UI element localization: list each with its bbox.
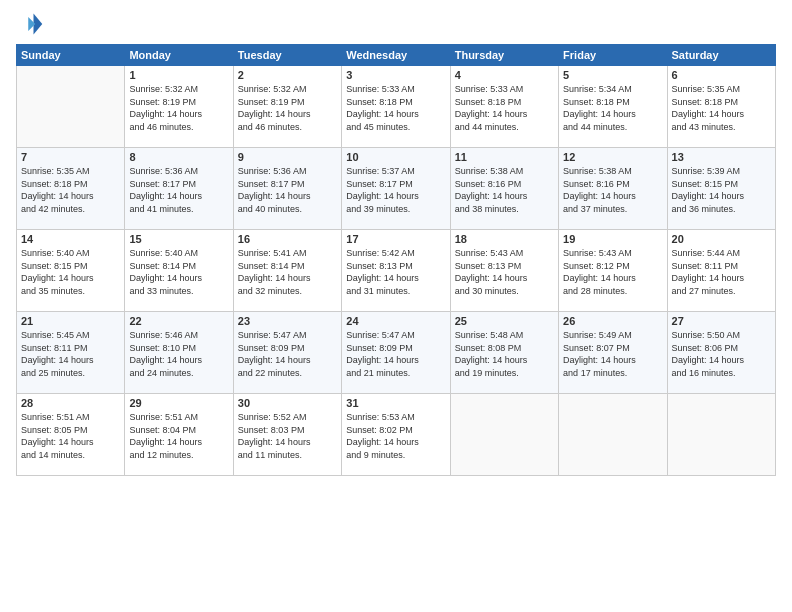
day-number: 12	[563, 151, 662, 163]
weekday-header-sunday: Sunday	[17, 45, 125, 66]
day-info: Sunrise: 5:53 AM Sunset: 8:02 PM Dayligh…	[346, 411, 445, 461]
calendar-cell: 8Sunrise: 5:36 AM Sunset: 8:17 PM Daylig…	[125, 148, 233, 230]
day-info: Sunrise: 5:38 AM Sunset: 8:16 PM Dayligh…	[563, 165, 662, 215]
day-info: Sunrise: 5:46 AM Sunset: 8:10 PM Dayligh…	[129, 329, 228, 379]
weekday-header-monday: Monday	[125, 45, 233, 66]
day-number: 25	[455, 315, 554, 327]
weekday-header-thursday: Thursday	[450, 45, 558, 66]
day-info: Sunrise: 5:33 AM Sunset: 8:18 PM Dayligh…	[455, 83, 554, 133]
day-number: 10	[346, 151, 445, 163]
day-number: 29	[129, 397, 228, 409]
calendar-cell: 5Sunrise: 5:34 AM Sunset: 8:18 PM Daylig…	[559, 66, 667, 148]
calendar-cell: 28Sunrise: 5:51 AM Sunset: 8:05 PM Dayli…	[17, 394, 125, 476]
weekday-header-wednesday: Wednesday	[342, 45, 450, 66]
calendar-cell: 30Sunrise: 5:52 AM Sunset: 8:03 PM Dayli…	[233, 394, 341, 476]
day-number: 14	[21, 233, 120, 245]
calendar-cell: 11Sunrise: 5:38 AM Sunset: 8:16 PM Dayli…	[450, 148, 558, 230]
calendar-cell: 6Sunrise: 5:35 AM Sunset: 8:18 PM Daylig…	[667, 66, 775, 148]
calendar-cell: 25Sunrise: 5:48 AM Sunset: 8:08 PM Dayli…	[450, 312, 558, 394]
calendar-cell: 17Sunrise: 5:42 AM Sunset: 8:13 PM Dayli…	[342, 230, 450, 312]
day-info: Sunrise: 5:40 AM Sunset: 8:14 PM Dayligh…	[129, 247, 228, 297]
calendar-cell: 22Sunrise: 5:46 AM Sunset: 8:10 PM Dayli…	[125, 312, 233, 394]
day-number: 19	[563, 233, 662, 245]
day-number: 4	[455, 69, 554, 81]
day-number: 2	[238, 69, 337, 81]
day-number: 17	[346, 233, 445, 245]
calendar-cell: 20Sunrise: 5:44 AM Sunset: 8:11 PM Dayli…	[667, 230, 775, 312]
day-number: 15	[129, 233, 228, 245]
day-number: 5	[563, 69, 662, 81]
calendar-cell: 4Sunrise: 5:33 AM Sunset: 8:18 PM Daylig…	[450, 66, 558, 148]
calendar-cell: 24Sunrise: 5:47 AM Sunset: 8:09 PM Dayli…	[342, 312, 450, 394]
day-info: Sunrise: 5:47 AM Sunset: 8:09 PM Dayligh…	[238, 329, 337, 379]
calendar-cell: 31Sunrise: 5:53 AM Sunset: 8:02 PM Dayli…	[342, 394, 450, 476]
calendar-cell: 26Sunrise: 5:49 AM Sunset: 8:07 PM Dayli…	[559, 312, 667, 394]
day-info: Sunrise: 5:47 AM Sunset: 8:09 PM Dayligh…	[346, 329, 445, 379]
day-number: 3	[346, 69, 445, 81]
calendar-cell: 1Sunrise: 5:32 AM Sunset: 8:19 PM Daylig…	[125, 66, 233, 148]
day-info: Sunrise: 5:51 AM Sunset: 8:04 PM Dayligh…	[129, 411, 228, 461]
day-number: 27	[672, 315, 771, 327]
logo-icon	[16, 10, 44, 38]
day-info: Sunrise: 5:51 AM Sunset: 8:05 PM Dayligh…	[21, 411, 120, 461]
calendar-cell: 9Sunrise: 5:36 AM Sunset: 8:17 PM Daylig…	[233, 148, 341, 230]
calendar-cell: 14Sunrise: 5:40 AM Sunset: 8:15 PM Dayli…	[17, 230, 125, 312]
day-info: Sunrise: 5:41 AM Sunset: 8:14 PM Dayligh…	[238, 247, 337, 297]
calendar-table: SundayMondayTuesdayWednesdayThursdayFrid…	[16, 44, 776, 476]
calendar-cell	[559, 394, 667, 476]
header	[16, 10, 776, 38]
calendar-cell	[450, 394, 558, 476]
calendar-header-row: SundayMondayTuesdayWednesdayThursdayFrid…	[17, 45, 776, 66]
calendar-week-3: 14Sunrise: 5:40 AM Sunset: 8:15 PM Dayli…	[17, 230, 776, 312]
calendar-cell: 27Sunrise: 5:50 AM Sunset: 8:06 PM Dayli…	[667, 312, 775, 394]
page: SundayMondayTuesdayWednesdayThursdayFrid…	[0, 0, 792, 612]
day-info: Sunrise: 5:45 AM Sunset: 8:11 PM Dayligh…	[21, 329, 120, 379]
day-number: 28	[21, 397, 120, 409]
calendar-week-4: 21Sunrise: 5:45 AM Sunset: 8:11 PM Dayli…	[17, 312, 776, 394]
day-number: 9	[238, 151, 337, 163]
day-number: 11	[455, 151, 554, 163]
calendar-cell: 10Sunrise: 5:37 AM Sunset: 8:17 PM Dayli…	[342, 148, 450, 230]
calendar-week-1: 1Sunrise: 5:32 AM Sunset: 8:19 PM Daylig…	[17, 66, 776, 148]
day-number: 13	[672, 151, 771, 163]
day-number: 20	[672, 233, 771, 245]
day-number: 31	[346, 397, 445, 409]
calendar-cell: 2Sunrise: 5:32 AM Sunset: 8:19 PM Daylig…	[233, 66, 341, 148]
day-number: 26	[563, 315, 662, 327]
day-info: Sunrise: 5:50 AM Sunset: 8:06 PM Dayligh…	[672, 329, 771, 379]
day-info: Sunrise: 5:32 AM Sunset: 8:19 PM Dayligh…	[129, 83, 228, 133]
calendar-cell: 7Sunrise: 5:35 AM Sunset: 8:18 PM Daylig…	[17, 148, 125, 230]
calendar-cell: 18Sunrise: 5:43 AM Sunset: 8:13 PM Dayli…	[450, 230, 558, 312]
day-info: Sunrise: 5:42 AM Sunset: 8:13 PM Dayligh…	[346, 247, 445, 297]
weekday-header-saturday: Saturday	[667, 45, 775, 66]
calendar-cell: 23Sunrise: 5:47 AM Sunset: 8:09 PM Dayli…	[233, 312, 341, 394]
day-number: 18	[455, 233, 554, 245]
day-number: 23	[238, 315, 337, 327]
calendar-cell: 12Sunrise: 5:38 AM Sunset: 8:16 PM Dayli…	[559, 148, 667, 230]
day-info: Sunrise: 5:49 AM Sunset: 8:07 PM Dayligh…	[563, 329, 662, 379]
calendar-cell: 16Sunrise: 5:41 AM Sunset: 8:14 PM Dayli…	[233, 230, 341, 312]
day-info: Sunrise: 5:34 AM Sunset: 8:18 PM Dayligh…	[563, 83, 662, 133]
day-info: Sunrise: 5:39 AM Sunset: 8:15 PM Dayligh…	[672, 165, 771, 215]
day-info: Sunrise: 5:43 AM Sunset: 8:13 PM Dayligh…	[455, 247, 554, 297]
day-info: Sunrise: 5:32 AM Sunset: 8:19 PM Dayligh…	[238, 83, 337, 133]
calendar-week-5: 28Sunrise: 5:51 AM Sunset: 8:05 PM Dayli…	[17, 394, 776, 476]
day-info: Sunrise: 5:48 AM Sunset: 8:08 PM Dayligh…	[455, 329, 554, 379]
calendar-week-2: 7Sunrise: 5:35 AM Sunset: 8:18 PM Daylig…	[17, 148, 776, 230]
weekday-header-tuesday: Tuesday	[233, 45, 341, 66]
day-info: Sunrise: 5:40 AM Sunset: 8:15 PM Dayligh…	[21, 247, 120, 297]
day-info: Sunrise: 5:36 AM Sunset: 8:17 PM Dayligh…	[238, 165, 337, 215]
calendar-cell	[17, 66, 125, 148]
day-info: Sunrise: 5:43 AM Sunset: 8:12 PM Dayligh…	[563, 247, 662, 297]
day-number: 30	[238, 397, 337, 409]
day-number: 6	[672, 69, 771, 81]
day-number: 1	[129, 69, 228, 81]
day-number: 24	[346, 315, 445, 327]
calendar-cell: 15Sunrise: 5:40 AM Sunset: 8:14 PM Dayli…	[125, 230, 233, 312]
day-info: Sunrise: 5:33 AM Sunset: 8:18 PM Dayligh…	[346, 83, 445, 133]
day-info: Sunrise: 5:35 AM Sunset: 8:18 PM Dayligh…	[21, 165, 120, 215]
day-number: 8	[129, 151, 228, 163]
weekday-header-friday: Friday	[559, 45, 667, 66]
day-number: 21	[21, 315, 120, 327]
calendar-cell: 29Sunrise: 5:51 AM Sunset: 8:04 PM Dayli…	[125, 394, 233, 476]
